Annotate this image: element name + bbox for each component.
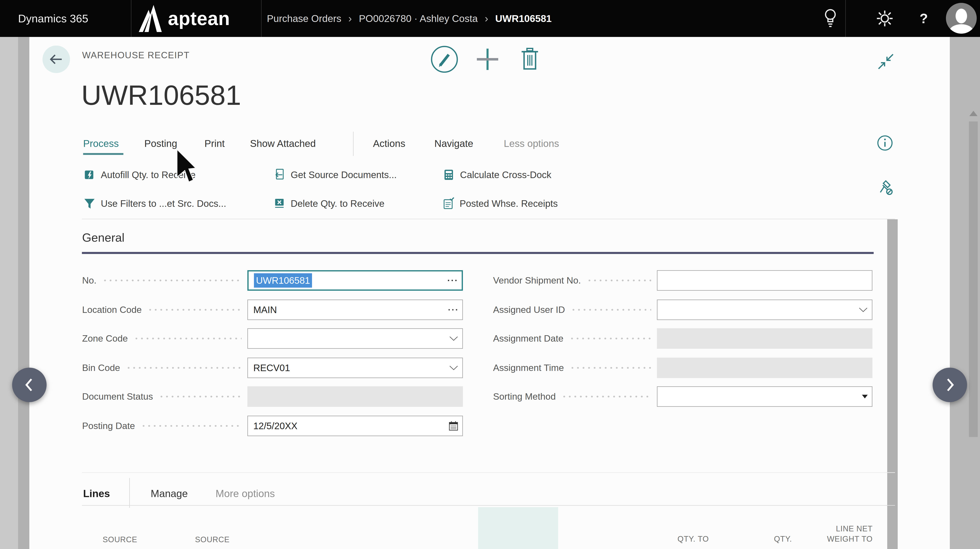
field-value: MAIN <box>253 304 277 315</box>
avatar-head-icon <box>956 9 967 24</box>
collapse-button[interactable] <box>877 52 895 71</box>
general-section-heading: General <box>82 231 124 244</box>
assignment-time-field <box>657 358 872 378</box>
breadcrumb-item[interactable]: Purchase Orders <box>267 13 341 24</box>
vendor-shipment-no-input[interactable] <box>657 270 872 291</box>
bin-code-input[interactable]: RECV01 <box>247 358 463 378</box>
field-row-document-status: Document Status <box>82 386 463 407</box>
dotted-leader <box>134 338 242 340</box>
action-calculate-cross-dock[interactable]: Calculate Cross-Dock <box>442 165 551 185</box>
page-scrollbar-up-arrow[interactable] <box>969 111 978 116</box>
account-avatar[interactable] <box>946 3 977 33</box>
breadcrumb-separator-icon: › <box>485 12 488 25</box>
dynamics-365-home-link[interactable]: Dynamics 365 <box>18 0 88 37</box>
previous-record-button[interactable] <box>12 368 46 402</box>
selected-text: UWR106581 <box>254 273 312 288</box>
topbar-divider <box>845 0 846 37</box>
column-header-source-type[interactable]: SOURCE <box>103 535 137 544</box>
field-row-sorting-method: Sorting Method <box>493 386 872 407</box>
gear-icon <box>875 9 894 28</box>
column-header-qty[interactable]: QTY. <box>727 534 792 544</box>
pencil-icon <box>430 44 459 74</box>
chevron-down-icon <box>859 307 868 313</box>
column-header-source-no[interactable]: SOURCE <box>195 535 230 544</box>
active-tab-underline <box>83 153 123 155</box>
calculate-cross-dock-icon <box>442 168 455 181</box>
action-label: Use Filters to ...et Src. Docs... <box>101 198 226 209</box>
dropdown-button[interactable] <box>449 358 458 378</box>
field-label: Assigned User ID <box>493 305 565 315</box>
field-value: 12/5/20XX <box>253 420 298 432</box>
dotted-leader <box>102 279 242 281</box>
left-page-margin <box>0 37 29 549</box>
action-delete-qty[interactable]: Delete Qty. to Receive <box>273 193 385 214</box>
sorting-method-select[interactable] <box>657 386 872 407</box>
action-use-filters[interactable]: Use Filters to ...et Src. Docs... <box>83 193 226 214</box>
intelligent-insights-button[interactable] <box>819 0 842 37</box>
tab-manage[interactable]: Manage <box>151 486 188 502</box>
calendar-icon <box>449 421 458 431</box>
field-label: Sorting Method <box>493 391 556 402</box>
location-code-input[interactable]: MAIN <box>247 300 463 320</box>
assigned-user-id-input[interactable] <box>657 300 872 320</box>
chevron-left-icon <box>19 375 39 395</box>
aptean-logo-icon <box>138 4 162 33</box>
unpin-button[interactable] <box>877 178 895 197</box>
new-button[interactable] <box>475 47 500 71</box>
dotted-leader <box>570 367 651 369</box>
date-picker-button[interactable] <box>449 416 458 436</box>
info-icon <box>877 135 893 151</box>
tab-posting[interactable]: Posting <box>144 135 177 152</box>
dotted-leader <box>126 367 242 369</box>
lightbulb-icon <box>823 8 838 29</box>
assist-edit-button[interactable] <box>447 271 458 289</box>
dropdown-button[interactable] <box>859 300 868 319</box>
field-label: Assignment Time <box>493 362 564 373</box>
assist-edit-button[interactable] <box>447 300 458 319</box>
column-header-line-net-weight[interactable]: LINE NET WEIGHT TO <box>823 524 873 544</box>
field-label: Assignment Date <box>493 333 563 344</box>
highlighted-column <box>478 507 558 549</box>
field-row-assignment-time: Assignment Time <box>493 358 872 378</box>
tab-lines[interactable]: Lines <box>83 486 110 502</box>
topbar-divider <box>131 0 131 37</box>
breadcrumb-item[interactable]: PO0026780 · Ashley Costa <box>359 13 478 24</box>
info-button[interactable] <box>877 135 893 151</box>
settings-button[interactable] <box>872 0 897 37</box>
field-label: No. <box>82 275 97 286</box>
plus-icon <box>475 47 500 71</box>
field-row-assignment-date: Assignment Date <box>493 328 872 349</box>
tab-actions[interactable]: Actions <box>373 135 405 152</box>
cursor-arrow-icon <box>176 149 197 184</box>
less-options-button[interactable]: Less options <box>504 135 559 152</box>
action-label: Delete Qty. to Receive <box>291 198 385 209</box>
collapse-arrows-icon <box>877 52 895 71</box>
breadcrumb-separator-icon: › <box>348 12 352 25</box>
field-row-bin-code: Bin Code RECV01 <box>82 358 463 378</box>
posting-date-input[interactable]: 12/5/20XX <box>247 416 463 436</box>
more-options-button[interactable]: More options <box>216 486 275 502</box>
action-label: Get Source Documents... <box>291 169 396 180</box>
delete-button[interactable] <box>520 48 540 71</box>
zone-code-input[interactable] <box>247 328 463 349</box>
dropdown-button[interactable] <box>449 329 458 348</box>
aptean-logo: aptean <box>138 0 230 37</box>
section-divider <box>82 219 895 219</box>
select-arrow[interactable] <box>862 387 868 406</box>
no-input[interactable]: UWR106581 <box>247 270 463 291</box>
edit-button[interactable] <box>430 44 459 74</box>
next-record-button[interactable] <box>932 368 967 402</box>
help-button[interactable]: ? <box>912 0 936 37</box>
tab-navigate[interactable]: Navigate <box>434 135 473 152</box>
menu-divider <box>353 132 353 156</box>
tab-print[interactable]: Print <box>204 135 225 152</box>
tab-show-attached[interactable]: Show Attached <box>250 135 316 152</box>
filter-icon <box>83 197 96 210</box>
action-posted-whse-receipts[interactable]: Posted Whse. Receipts <box>442 193 558 214</box>
back-button[interactable] <box>43 46 70 73</box>
page-scrollbar-thumb[interactable] <box>969 121 978 437</box>
column-header-qty-to[interactable]: QTY. TO <box>645 534 709 544</box>
tab-process[interactable]: Process <box>83 135 119 152</box>
card-scrollbar[interactable] <box>887 219 898 549</box>
action-get-source-documents[interactable]: Get Source Documents... <box>273 165 396 185</box>
